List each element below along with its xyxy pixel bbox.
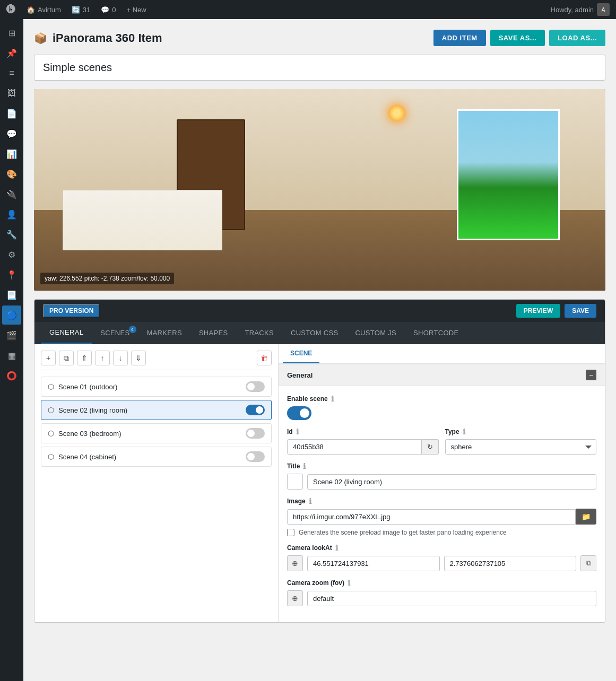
title-info-icon[interactable]: ℹ — [303, 462, 306, 470]
preview-button[interactable]: PREVIEW — [516, 304, 560, 318]
scene-item-3[interactable]: ⬡ Scene 03 (bedroom) — [41, 423, 272, 443]
comments-item[interactable]: 💬 0 — [101, 6, 116, 14]
copy-scene-button[interactable]: ⧉ — [59, 351, 74, 365]
save-button[interactable]: SAVE — [565, 304, 596, 318]
sidebar-item-ipanorama[interactable]: 🔵 — [2, 305, 21, 325]
image-input[interactable] — [287, 509, 576, 525]
tab-markers[interactable]: MARKERS — [138, 322, 190, 343]
scene-item-label-2: Scene 02 (living room) — [58, 406, 246, 414]
sidebar-item-media2[interactable]: 🎬 — [2, 326, 21, 345]
sidebar-item-tools[interactable]: 🔧 — [2, 225, 21, 244]
id-field-col: Id ℹ ↻ — [287, 427, 439, 455]
scene-item-4[interactable]: ⬡ Scene 04 (cabinet) — [41, 447, 272, 467]
image-browse-button[interactable]: 📁 — [576, 509, 596, 525]
image-preload-checkbox[interactable] — [287, 529, 294, 536]
delete-scene-button[interactable]: 🗑 — [257, 351, 272, 365]
sidebar-item-dashboard[interactable]: ⊞ — [2, 23, 21, 42]
title-color-swatch[interactable] — [287, 474, 303, 490]
type-info-icon[interactable]: ℹ — [463, 427, 465, 436]
sidebar-item-users[interactable]: 👤 — [2, 205, 21, 224]
pro-version-button[interactable]: PRO VERSION — [43, 304, 100, 318]
field-title: Title ℹ — [287, 462, 596, 490]
camera-lookat-info-icon[interactable]: ℹ — [335, 544, 338, 552]
camera-target-icon[interactable]: ⊕ — [287, 555, 303, 571]
wp-logo: 🅦 — [6, 4, 16, 15]
move-up-button[interactable]: ↑ — [95, 351, 110, 365]
scene-tab-nav: SCENE — [279, 344, 605, 364]
camera-lookat-label: Camera lookAt ℹ — [287, 544, 596, 552]
image-label: Image ℹ — [287, 497, 596, 505]
id-refresh-button[interactable]: ↻ — [422, 439, 439, 455]
add-scene-button[interactable]: + — [41, 351, 56, 365]
panel-content: + ⧉ ⇑ ↑ ↓ ⇓ 🗑 ⬡ Scene 01 (outdoor) — [34, 344, 605, 622]
sidebar-item-media[interactable]: 🖼 — [2, 84, 21, 103]
sidebar-item-gallery[interactable]: ▦ — [2, 346, 21, 365]
admin-bar: 🅦 🏠 Avirtum 🔄 31 💬 0 + New Howdy, admin … — [0, 0, 616, 19]
id-input-wrap: ↻ — [287, 439, 439, 455]
updates-item[interactable]: 🔄 31 — [72, 6, 90, 14]
scene-toggle-2[interactable] — [246, 405, 265, 415]
site-name[interactable]: 🏠 Avirtum — [27, 6, 61, 14]
tab-tracks[interactable]: TRACKS — [236, 322, 282, 343]
camera-lookat-x[interactable] — [307, 556, 440, 571]
sidebar-item-settings[interactable]: ⚙ — [2, 245, 21, 264]
scene-item-1[interactable]: ⬡ Scene 01 (outdoor) — [41, 377, 272, 397]
id-info-icon[interactable]: ℹ — [296, 427, 299, 436]
camera-row: ⊕ ⧉ — [287, 555, 596, 571]
tab-shortcode[interactable]: SHORTCODE — [405, 322, 467, 343]
tab-shapes[interactable]: SHAPES — [190, 322, 237, 343]
add-item-button[interactable]: ADD ITEM — [433, 30, 486, 46]
type-select[interactable]: sphere cube cylinder — [445, 439, 597, 455]
tab-custom-css[interactable]: CUSTOM CSS — [282, 322, 346, 343]
sidebar-item-location[interactable]: 📍 — [2, 265, 21, 284]
enable-scene-info-icon[interactable]: ℹ — [331, 395, 334, 403]
tab-scenes[interactable]: SCENES 4 — [92, 322, 138, 343]
type-label: Type ℹ — [445, 427, 597, 436]
camera-lookat-y[interactable] — [444, 556, 577, 571]
move-top-button[interactable]: ⇑ — [77, 351, 92, 365]
header-buttons: ADD ITEM SAVE AS... LOAD AS... — [433, 30, 605, 46]
scene-icon-3: ⬡ — [48, 429, 54, 438]
main-content: 📦 iPanorama 360 Item ADD ITEM SAVE AS...… — [23, 19, 616, 681]
tab-custom-js[interactable]: CUSTOM JS — [346, 322, 405, 343]
home-icon: 🏠 — [27, 6, 35, 14]
camera-zoom-info-icon[interactable]: ℹ — [348, 579, 350, 587]
sidebar-item-circle[interactable]: ⭕ — [2, 366, 21, 385]
sidebar-item-comments[interactable]: 💬 — [2, 124, 21, 143]
sidebar-item-page2[interactable]: 📃 — [2, 285, 21, 304]
scene-item-label-4: Scene 04 (cabinet) — [58, 453, 246, 461]
sidebar-item-appearance[interactable]: 🎨 — [2, 164, 21, 184]
move-bottom-button[interactable]: ⇓ — [131, 351, 146, 365]
section-general-toggle[interactable]: − — [586, 370, 596, 380]
scene-icon-4: ⬡ — [48, 452, 54, 461]
id-input[interactable] — [287, 439, 422, 455]
scene-name-input[interactable] — [34, 55, 605, 81]
sidebar-item-analytics[interactable]: 📊 — [2, 144, 21, 163]
enable-scene-toggle[interactable] — [287, 406, 311, 420]
sidebar-item-pages[interactable]: 📄 — [2, 104, 21, 123]
room-scene — [34, 89, 605, 291]
sidebar-item-posts[interactable]: ≡ — [2, 64, 21, 83]
scene-toggle-1[interactable] — [246, 381, 265, 392]
section-general-header: General − — [279, 364, 605, 386]
scene-toggle-4[interactable] — [246, 451, 265, 462]
sidebar-item-plugins[interactable]: 🔌 — [2, 185, 21, 204]
camera-zoom-input[interactable] — [307, 591, 596, 606]
save-as-button[interactable]: SAVE AS... — [490, 30, 545, 46]
scene-item-label-3: Scene 03 (bedroom) — [58, 430, 246, 438]
new-item[interactable]: + New — [127, 6, 146, 14]
camera-lookat-copy-button[interactable]: ⧉ — [580, 555, 596, 571]
preview-coords: yaw: 226.552 pitch: -2.738 zoom/fov: 50.… — [40, 273, 174, 284]
enable-toggle-wrap — [287, 406, 596, 420]
load-as-button[interactable]: LOAD AS... — [549, 30, 605, 46]
camera-zoom-icon[interactable]: ⊕ — [287, 590, 303, 606]
scene-nav-tab-scene[interactable]: SCENE — [283, 344, 319, 363]
move-down-button[interactable]: ↓ — [113, 351, 128, 365]
scene-item-2[interactable]: ⬡ Scene 02 (living room) — [41, 400, 272, 420]
title-input[interactable] — [307, 474, 596, 490]
sidebar-item-pin[interactable]: 📌 — [2, 43, 21, 63]
image-input-row: 📁 — [287, 509, 596, 525]
tab-general[interactable]: GENERAL — [41, 322, 92, 344]
scene-toggle-3[interactable] — [246, 428, 265, 439]
image-info-icon[interactable]: ℹ — [309, 497, 311, 505]
